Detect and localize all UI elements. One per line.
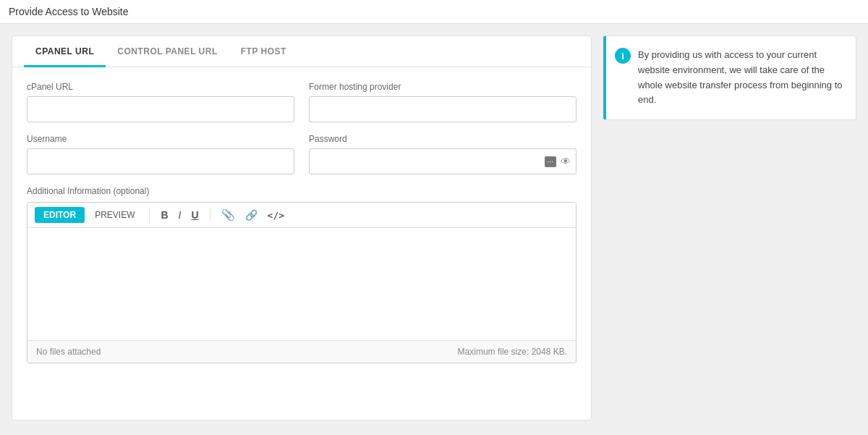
tab-control-panel-url[interactable]: CONTROL PANEL URL <box>106 36 229 67</box>
bold-button[interactable]: B <box>157 208 171 222</box>
info-panel: i By providing us with access to your cu… <box>603 35 856 421</box>
form-content: cPanel URL Former hosting provider Usern… <box>12 67 591 174</box>
info-text: By providing us with access to your curr… <box>638 48 844 108</box>
italic-button[interactable]: I <box>175 208 185 222</box>
former-hosting-label: Former hosting provider <box>309 82 576 92</box>
former-hosting-input[interactable] <box>309 96 576 122</box>
underline-button[interactable]: U <box>187 208 202 222</box>
password-label: Password <box>309 134 576 144</box>
additional-section: Additional Information (optional) EDITOR… <box>12 186 591 378</box>
info-box: i By providing us with access to your cu… <box>603 35 856 120</box>
max-file-text: Maximum file size: 2048 KB. <box>458 347 567 357</box>
info-icon: i <box>615 48 631 64</box>
editor-area[interactable] <box>27 228 576 340</box>
tab-ftp-host[interactable]: FTP HOST <box>229 36 298 67</box>
editor-footer: No files attached Maximum file size: 204… <box>27 340 576 363</box>
password-input[interactable] <box>309 148 576 174</box>
cpanel-url-label: cPanel URL <box>27 82 294 92</box>
toolbar-divider-2 <box>210 208 210 222</box>
row-username-password: Username Password ··· 👁 <box>27 134 576 174</box>
form-panel: CPANEL URL CONTROL PANEL URL FTP HOST cP… <box>12 35 592 421</box>
tab-cpanel-url[interactable]: CPANEL URL <box>24 36 106 67</box>
editor-container: EDITOR PREVIEW B I U 📎 🔗 </> No files at… <box>27 202 576 363</box>
show-dots-icon[interactable]: ··· <box>545 156 556 167</box>
cpanel-url-input[interactable] <box>27 96 294 122</box>
page-title: Provide Access to Website <box>0 0 868 24</box>
attach-button[interactable]: 📎 <box>218 207 239 223</box>
editor-toolbar: EDITOR PREVIEW B I U 📎 🔗 </> <box>27 203 576 228</box>
username-field: Username <box>27 134 294 174</box>
password-field: Password ··· 👁 <box>309 134 576 174</box>
row-cpanel-hosting: cPanel URL Former hosting provider <box>27 82 576 122</box>
password-wrapper: ··· 👁 <box>309 148 576 174</box>
toggle-visibility-icon[interactable]: 👁 <box>561 156 571 167</box>
tabs: CPANEL URL CONTROL PANEL URL FTP HOST <box>12 36 591 67</box>
main-container: CPANEL URL CONTROL PANEL URL FTP HOST cP… <box>0 24 868 432</box>
no-files-text: No files attached <box>36 347 101 357</box>
toolbar-divider <box>149 208 150 222</box>
cpanel-url-field: cPanel URL <box>27 82 294 122</box>
username-label: Username <box>27 134 294 144</box>
editor-button[interactable]: EDITOR <box>35 207 85 223</box>
username-input[interactable] <box>27 148 294 174</box>
former-hosting-field: Former hosting provider <box>309 82 576 122</box>
link-button[interactable]: 🔗 <box>242 208 261 222</box>
additional-label: Additional Information (optional) <box>27 186 576 196</box>
password-icons: ··· 👁 <box>545 156 571 167</box>
code-button[interactable]: </> <box>264 208 288 222</box>
preview-button[interactable]: PREVIEW <box>88 207 142 223</box>
